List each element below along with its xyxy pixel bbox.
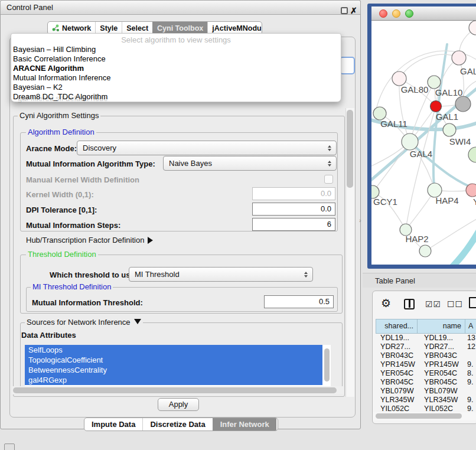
network-node-y[interactable] [466, 184, 476, 197]
network-node[interactable] [468, 147, 476, 162]
network-node-gal80[interactable] [392, 71, 406, 86]
control-panel-titlebar: Control Panel [0, 0, 361, 15]
dropdown-item-aracne[interactable]: ARACNE Algorithm [13, 64, 332, 73]
table-cell[interactable]: YER054C [380, 369, 418, 378]
table-cell[interactable] [467, 387, 476, 396]
table-cell[interactable]: 12 [467, 343, 476, 351]
kernel-width-field[interactable]: 0.0 [252, 187, 335, 200]
table-cell[interactable]: YER054C [424, 369, 465, 378]
table-cell[interactable]: YBR043C [424, 351, 465, 360]
horizontal-scrollbar-thumb[interactable] [13, 387, 337, 393]
splitter-collapse-icon[interactable]: › [359, 217, 361, 224]
table-cell[interactable]: YPR145W [380, 360, 418, 369]
table-cell[interactable]: YLR345W [424, 396, 465, 405]
column-header-shared[interactable]: shared... [376, 319, 418, 334]
table-cell[interactable]: YPR145W [424, 360, 465, 369]
dropdown-item-dream8[interactable]: Dream8 DC_TDC Algorithm [13, 92, 332, 102]
svg-text:GAL10: GAL10 [435, 87, 463, 97]
svg-text:GAL: GAL [460, 66, 476, 76]
which-threshold-combobox[interactable]: MI Threshold [129, 267, 313, 282]
mi-threshold-field[interactable]: 0.5 [264, 295, 334, 308]
algorithm-dropdown-prompt: Select algorithm to view settings [11, 35, 341, 44]
table-cell[interactable]: YDL19... [380, 334, 418, 343]
aracne-mode-value: Discovery [83, 144, 116, 152]
table-cell[interactable]: 9. [467, 405, 476, 412]
zoom-traffic-light[interactable] [405, 9, 413, 18]
select-all-checkboxes-icon[interactable]: ☑☑ [425, 299, 441, 309]
list-item-selfloops[interactable]: SelfLoops [25, 345, 322, 355]
tab-jactivemnodules[interactable]: jActiveMNodules [207, 22, 262, 34]
dropdown-item-bayesian-hill-climbing[interactable]: Bayesian – Hill Climbing [13, 45, 332, 54]
network-node-red-gal1[interactable] [431, 101, 442, 112]
table-cell[interactable]: 9. [467, 360, 476, 369]
tab-discretize-data[interactable]: Discretize Data [142, 418, 212, 431]
table-panel-titlebar: Table Panel [363, 273, 476, 288]
list-item-betweennesscentrality[interactable]: BetweennessCentrality [25, 365, 322, 375]
gear-icon[interactable]: ⚙ [381, 296, 391, 310]
close-traffic-light[interactable] [379, 9, 387, 18]
table-panel-title: Table Panel [375, 276, 415, 285]
dropdown-item-mutual-information[interactable]: Mutual Information Inference [13, 73, 332, 83]
tab-select[interactable]: Select [122, 22, 152, 34]
table-cell[interactable]: YDR27... [380, 343, 418, 351]
dropdown-item-basic-correlation[interactable]: Basic Correlation Inference [13, 54, 332, 64]
tab-impute-data[interactable]: Impute Data [84, 418, 142, 431]
table-cell[interactable]: YIL052C [424, 405, 465, 412]
spinner-arrows-icon [304, 272, 308, 278]
network-node-gal10[interactable] [428, 76, 441, 89]
minimized-panel-icon[interactable] [4, 444, 15, 450]
table-cell[interactable]: 8. [467, 369, 476, 378]
tab-network[interactable]: Network [48, 22, 95, 34]
table-cell[interactable]: YIL052C [380, 405, 418, 412]
minimize-traffic-light[interactable] [392, 9, 400, 18]
vertical-scrollbar-thumb[interactable] [347, 110, 353, 188]
mi-steps-field[interactable]: 6 [252, 218, 335, 231]
table-scrollbar-thumb[interactable] [376, 413, 462, 419]
list-item-topologicalcoefficient[interactable]: TopologicalCoefficient [25, 355, 322, 365]
attribute-list-scrollbar-thumb[interactable] [324, 348, 330, 381]
table-cell[interactable]: YDL19... [424, 334, 465, 343]
table-cell[interactable]: 9. [467, 378, 476, 387]
table-cell[interactable]: YBR045C [380, 378, 418, 387]
algorithm-definition-title: Algorithm Definition [26, 128, 96, 136]
close-icon[interactable]: ✗ [350, 5, 357, 16]
hub-definition-expander[interactable]: Hub/Transcription Factor Definition [26, 236, 153, 244]
table-cell[interactable]: 9. [467, 396, 476, 405]
manual-kernel-checkbox[interactable] [324, 175, 333, 184]
network-node-gray[interactable] [455, 96, 471, 112]
network-node-gal[interactable] [452, 51, 466, 65]
dropdown-item-bayesian-k2[interactable]: Bayesian – K2 [13, 83, 332, 92]
table-cell[interactable]: 13 [467, 334, 476, 343]
network-node[interactable] [419, 245, 431, 257]
table-cell[interactable]: YBL079W [424, 387, 465, 396]
deselect-all-checkboxes-icon[interactable]: ☐☐ [447, 299, 463, 309]
control-panel-title: Control Panel [6, 3, 53, 12]
network-canvas[interactable]: GAL GAL80 GAL10 GAL1 GAL11 SWI4 GAL4 GCY… [371, 21, 476, 265]
column-header-name[interactable]: name [418, 319, 465, 334]
dpi-tolerance-label: DPI Tolerance [0,1]: [26, 206, 97, 214]
table-cell[interactable]: YLR345W [380, 396, 418, 405]
sources-collapse-header[interactable]: Sources for Network Inference [25, 318, 143, 327]
expand-right-icon [148, 237, 153, 244]
network-node-gal4[interactable] [402, 133, 418, 150]
export-table-icon[interactable] [469, 297, 476, 308]
split-columns-icon[interactable] [404, 299, 415, 309]
table-cell[interactable] [467, 351, 476, 360]
float-window-icon[interactable] [341, 7, 348, 14]
apply-button[interactable]: Apply [158, 398, 199, 411]
list-item-gal4rgexp[interactable]: gal4RGexp [25, 375, 322, 385]
tab-infer-network[interactable]: Infer Network [213, 418, 276, 431]
table-cell[interactable]: YDR27... [424, 343, 465, 351]
network-node-gal11[interactable] [373, 107, 386, 120]
aracne-mode-label: Aracne Mode: [26, 144, 77, 153]
table-cell[interactable]: YBR045C [424, 378, 465, 387]
tab-style[interactable]: Style [95, 22, 122, 34]
table-cell[interactable]: YBR043C [380, 351, 418, 360]
tab-cyni-toolbox[interactable]: Cyni Toolbox [152, 22, 207, 34]
column-header-partial[interactable]: A [465, 319, 476, 334]
dpi-tolerance-field[interactable]: 0.0 [252, 203, 335, 216]
mi-type-combobox[interactable]: Naive Bayes [163, 156, 337, 171]
network-node-swi4[interactable] [443, 123, 456, 136]
aracne-mode-combobox[interactable]: Discovery [77, 141, 337, 155]
table-cell[interactable]: YBL079W [380, 387, 418, 396]
